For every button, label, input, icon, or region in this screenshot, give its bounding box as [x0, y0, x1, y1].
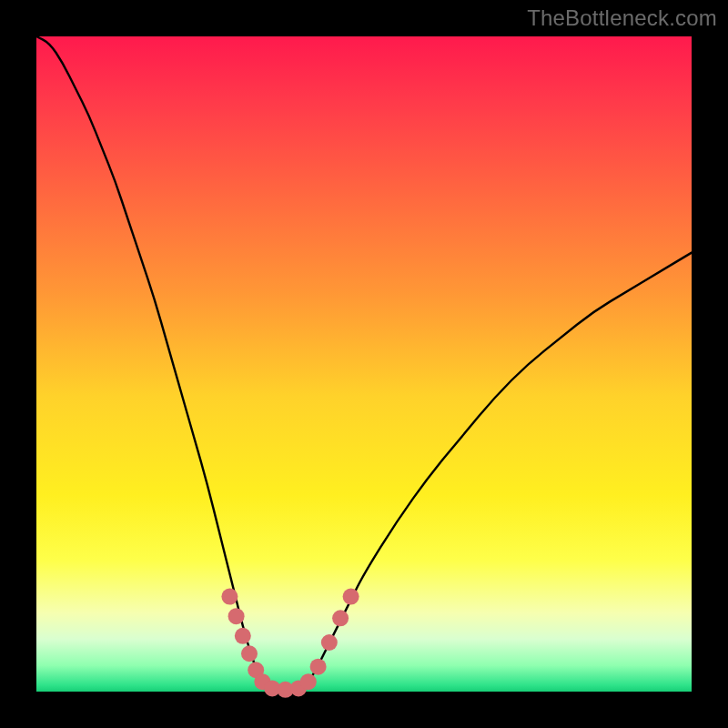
trough-marker-dot [321, 634, 338, 651]
trough-marker-dot [235, 628, 251, 644]
trough-marker-dot [300, 673, 317, 690]
curve-layer [36, 36, 692, 692]
chart-frame: TheBottleneck.com [0, 0, 728, 728]
attribution-label: TheBottleneck.com [527, 5, 717, 31]
trough-marker-dot [310, 659, 327, 675]
trough-marker-dot [228, 608, 245, 624]
trough-marker-dot [343, 589, 359, 605]
trough-marker-dot [221, 589, 238, 605]
trough-markers [221, 589, 359, 698]
trough-marker-dot [332, 610, 349, 626]
bottleneck-curve [36, 36, 692, 692]
trough-marker-dot [241, 645, 258, 662]
plot-area [36, 36, 692, 692]
